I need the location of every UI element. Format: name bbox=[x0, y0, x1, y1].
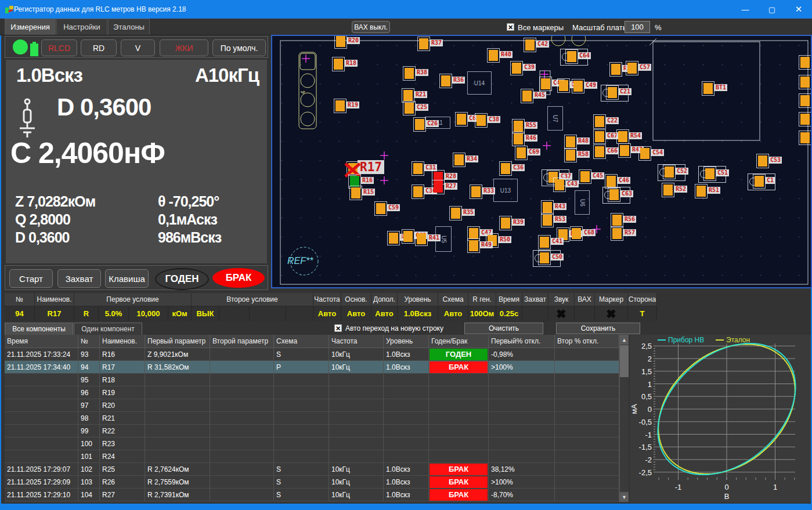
log-cell[interactable] bbox=[555, 425, 619, 437]
scroll-up-button[interactable]: ▲ bbox=[620, 335, 629, 345]
log-cell[interactable] bbox=[5, 412, 78, 425]
log-cell[interactable] bbox=[329, 399, 384, 412]
log-result-cell[interactable] bbox=[429, 374, 489, 386]
config-value-cell[interactable]: Авто bbox=[438, 306, 468, 321]
config-value-cell[interactable]: 1.0Вскз bbox=[398, 306, 438, 321]
log-cell[interactable] bbox=[384, 386, 429, 399]
log-cell[interactable] bbox=[210, 386, 274, 399]
log-cell[interactable] bbox=[384, 374, 429, 386]
log-cell[interactable] bbox=[489, 399, 555, 412]
log-cell[interactable] bbox=[555, 374, 619, 386]
log-cell[interactable]: 95 bbox=[78, 374, 100, 386]
auto-newline-checkbox[interactable]: ✕ bbox=[334, 324, 342, 332]
log-result-cell[interactable] bbox=[429, 425, 489, 437]
log-cell[interactable] bbox=[384, 450, 429, 463]
log-cell[interactable]: 97 bbox=[78, 399, 100, 412]
log-cell[interactable]: 1.0Вскз bbox=[384, 348, 429, 361]
tab-settings[interactable]: Настройки bbox=[56, 19, 107, 35]
log-cell[interactable] bbox=[210, 348, 274, 361]
mode-rlcd-button[interactable]: RLCD bbox=[41, 39, 77, 56]
log-cell[interactable]: R 2,7391кОм bbox=[145, 489, 210, 501]
log-cell[interactable] bbox=[274, 399, 329, 412]
log-cell[interactable]: -8,70% bbox=[489, 489, 555, 501]
log-cell[interactable]: 103 bbox=[78, 476, 100, 489]
board-scale-input[interactable] bbox=[625, 21, 650, 33]
log-cell[interactable]: R19 bbox=[100, 386, 145, 399]
mode-rd-button[interactable]: RD bbox=[81, 39, 117, 56]
log-cell[interactable] bbox=[210, 450, 274, 463]
config-value-cell[interactable] bbox=[286, 306, 313, 321]
log-cell[interactable]: R26 bbox=[100, 476, 145, 489]
log-cell[interactable]: R24 bbox=[100, 450, 145, 463]
config-value-cell[interactable]: кОм bbox=[168, 306, 192, 321]
log-cell[interactable] bbox=[384, 425, 429, 437]
log-cell[interactable] bbox=[329, 412, 384, 425]
log-cell[interactable]: 1.0Вскз bbox=[384, 489, 429, 501]
log-cell[interactable] bbox=[274, 437, 329, 450]
log-cell[interactable] bbox=[5, 386, 78, 399]
log-cell[interactable]: 10кГц bbox=[329, 463, 384, 476]
log-cell[interactable] bbox=[329, 437, 384, 450]
log-cell[interactable] bbox=[329, 425, 384, 437]
log-cell[interactable]: R18 bbox=[100, 374, 145, 386]
log-result-cell[interactable] bbox=[429, 412, 489, 425]
maximize-button[interactable]: ▢ bbox=[759, 0, 785, 19]
log-cell[interactable]: R20 bbox=[100, 399, 145, 412]
log-cell[interactable]: 99 bbox=[78, 425, 100, 437]
log-cell[interactable] bbox=[384, 412, 429, 425]
log-cell[interactable]: 21.11.2025 17:29:09 bbox=[5, 476, 78, 489]
log-cell[interactable] bbox=[5, 437, 78, 450]
key-button[interactable]: Клавиша bbox=[105, 269, 149, 288]
tab-references[interactable]: Эталоны bbox=[108, 19, 150, 35]
log-cell[interactable] bbox=[274, 386, 329, 399]
log-result-cell[interactable] bbox=[429, 399, 489, 412]
log-cell[interactable]: 10кГц bbox=[329, 476, 384, 489]
log-cell[interactable] bbox=[145, 437, 210, 450]
log-cell[interactable] bbox=[274, 425, 329, 437]
clear-button[interactable]: Очистить bbox=[464, 323, 543, 334]
log-cell[interactable] bbox=[210, 437, 274, 450]
log-cell[interactable] bbox=[555, 386, 619, 399]
log-cell[interactable] bbox=[145, 386, 210, 399]
log-cell[interactable]: S bbox=[274, 463, 329, 476]
log-cell[interactable]: 21.11.2025 17:29:07 bbox=[5, 463, 78, 476]
log-cell[interactable] bbox=[329, 386, 384, 399]
log-cell[interactable]: >100% bbox=[489, 361, 555, 374]
config-value-cell[interactable] bbox=[522, 306, 548, 321]
log-cell[interactable] bbox=[5, 450, 78, 463]
mode-v-button[interactable]: V bbox=[121, 39, 155, 56]
log-cell[interactable] bbox=[489, 450, 555, 463]
config-value-cell[interactable]: T bbox=[628, 306, 657, 321]
config-value-cell[interactable]: ✖ bbox=[595, 306, 628, 321]
scroll-thumb[interactable] bbox=[620, 345, 629, 377]
log-result-cell[interactable]: БРАК bbox=[429, 463, 489, 476]
log-cell[interactable]: R 2,7559кОм bbox=[145, 476, 210, 489]
tab-all-components[interactable]: Все компоненты bbox=[5, 323, 73, 335]
log-cell[interactable]: >100% bbox=[489, 476, 555, 489]
tab-measurements[interactable]: Измерения bbox=[5, 19, 56, 35]
log-cell[interactable]: 1.0Вскз bbox=[384, 463, 429, 476]
log-cell[interactable] bbox=[489, 425, 555, 437]
log-cell[interactable] bbox=[145, 374, 210, 386]
config-value-cell[interactable] bbox=[219, 306, 250, 321]
log-cell[interactable] bbox=[555, 463, 619, 476]
log-cell[interactable] bbox=[555, 361, 619, 374]
log-cell[interactable] bbox=[274, 450, 329, 463]
config-value-cell[interactable]: R17 bbox=[35, 306, 74, 321]
log-cell[interactable]: 96 bbox=[78, 386, 100, 399]
log-cell[interactable]: P bbox=[274, 361, 329, 374]
log-cell[interactable]: R22 bbox=[100, 425, 145, 437]
log-result-cell[interactable] bbox=[429, 386, 489, 399]
log-cell[interactable]: S bbox=[274, 348, 329, 361]
pcb-chip-u6[interactable]: U6 bbox=[575, 190, 590, 215]
log-cell[interactable] bbox=[210, 374, 274, 386]
start-button[interactable]: Старт bbox=[9, 269, 53, 288]
pcb-chip-u7[interactable]: U7 bbox=[547, 106, 563, 131]
log-cell[interactable] bbox=[145, 399, 210, 412]
log-cell[interactable] bbox=[555, 437, 619, 450]
log-cell[interactable]: 38,12% bbox=[489, 463, 555, 476]
log-cell[interactable]: 21.11.2025 17:29:10 bbox=[5, 489, 78, 501]
log-cell[interactable]: 100 bbox=[78, 437, 100, 450]
log-cell[interactable] bbox=[555, 489, 619, 501]
log-cell[interactable]: 10кГц bbox=[329, 348, 384, 361]
